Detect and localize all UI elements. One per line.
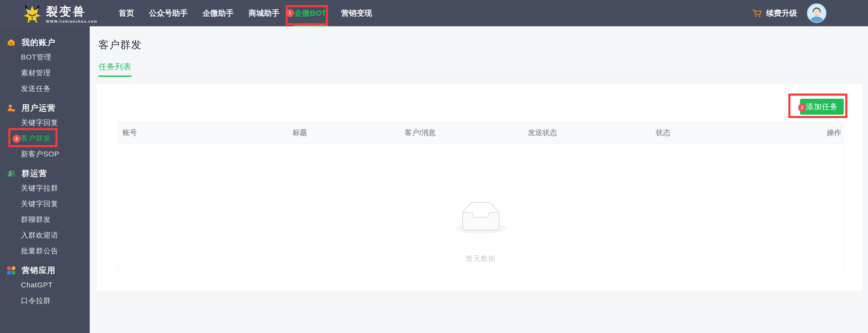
sidebar-item-password-join-group[interactable]: 口令拉群	[0, 293, 90, 308]
nav-item-label: 企微BOT	[294, 8, 326, 19]
brand-text: 裂变兽 WWW.liebianshou.com	[46, 5, 98, 24]
main-nav-menu: 首页 公众号助手 企微助手 商城助手 企微BOT 营销变现	[119, 0, 372, 26]
sidebar-section-marketing-apps: 营销应用 ChatGPT 口令拉群	[0, 264, 90, 308]
active-nav-underline	[293, 25, 328, 26]
sidebar-section-group-operations: 群运营 关键字拉群 关键字回复 群聊群发 入群欢迎语 批量群公告	[0, 167, 90, 259]
nav-item-label: 企微助手	[203, 8, 234, 19]
user-icon	[7, 104, 16, 112]
sidebar-item-keyword-join-group[interactable]: 关键字拉群	[0, 180, 90, 196]
column-header-account: 账号	[118, 128, 288, 138]
sidebar-item-group-welcome-message[interactable]: 入群欢迎语	[0, 227, 90, 243]
sidebar-item-new-customer-sop[interactable]: 新客户SOP	[0, 146, 90, 162]
annotation-badge-3: 3	[798, 103, 806, 112]
sidebar-section-title: 用户运营	[22, 102, 56, 113]
column-header-actions: 操作	[765, 128, 843, 138]
nav-item-label: 商城助手	[249, 8, 279, 19]
task-table: 账号 标题 客户/消息 发送状态 状态 操作	[118, 122, 843, 272]
task-list-card: 添加任务 账号 标题 客户/消息 发送状态 状态 操作	[97, 84, 863, 291]
column-header-title: 标题	[288, 128, 401, 138]
sidebar-item-send-tasks[interactable]: 发送任务	[0, 81, 90, 96]
sidebar-section-header: 营销应用	[0, 264, 90, 277]
tab-task-list[interactable]: 任务列表	[98, 61, 131, 77]
sidebar-item-group-keyword-reply[interactable]: 关键字回复	[0, 196, 90, 212]
main-content: 客户群发 任务列表 添加任务 账号 标题 客户/消息 发送状态 状态 操作	[90, 26, 868, 333]
sidebar-item-group-chat-mass-send[interactable]: 群聊群发	[0, 212, 90, 227]
nav-item-qiwei-bot[interactable]: 企微BOT	[294, 0, 326, 26]
annotation-badge-1: 1	[286, 9, 294, 17]
sidebar-section-user-operations: 用户运营 关键字回复 客户群发 新客户SOP	[0, 101, 90, 162]
sidebar-section-title: 我的账户	[22, 37, 56, 48]
nav-item-label: 公众号助手	[149, 8, 188, 19]
nav-item-label: 营销变现	[341, 8, 372, 19]
sidebar-item-material-management[interactable]: 素材管理	[0, 65, 90, 81]
avatar-person-icon	[808, 4, 826, 22]
brand-name: 裂变兽	[46, 5, 98, 18]
nav-item-marketing-monetization[interactable]: 营销变现	[341, 0, 372, 26]
apps-icon	[7, 266, 16, 275]
nav-item-label: 首页	[119, 8, 134, 19]
sidebar-item-keyword-reply[interactable]: 关键字回复	[0, 115, 90, 130]
sidebar-item-bot-management[interactable]: BOT管理	[0, 49, 90, 65]
tab-divider	[95, 75, 863, 75]
sidebar-item-batch-group-announcement[interactable]: 批量群公告	[0, 243, 90, 259]
page-title: 客户群发	[98, 38, 142, 52]
renew-upgrade-label: 续费升级	[766, 8, 797, 19]
cart-icon	[752, 8, 762, 18]
wallet-icon	[7, 38, 16, 47]
nav-item-qiwei-assistant[interactable]: 企微助手	[203, 0, 234, 26]
annotation-badge-2: 2	[12, 135, 21, 143]
column-header-send-status: 发送状态	[524, 128, 652, 138]
renew-upgrade-button[interactable]: 续费升级	[752, 0, 797, 26]
sidebar-section-header: 用户运营	[0, 101, 90, 115]
sidebar-section-title: 群运营	[22, 168, 47, 179]
top-navbar: 裂变兽 WWW.liebianshou.com 首页 公众号助手 企微助手 商城…	[0, 0, 868, 26]
sidebar-section-header: 群运营	[0, 167, 90, 180]
sidebar: 我的账户 BOT管理 素材管理 发送任务 用户运营 关键字回复 客户群发 新客户…	[0, 26, 90, 333]
nav-item-official-account-assistant[interactable]: 公众号助手	[149, 0, 188, 26]
empty-state-text: 暂无数据	[118, 254, 843, 263]
sidebar-section-title: 营销应用	[22, 265, 56, 276]
nav-item-mall-assistant[interactable]: 商城助手	[249, 0, 279, 26]
beast-logo-icon	[23, 2, 42, 26]
group-icon	[7, 169, 16, 178]
table-header-row: 账号 标题 客户/消息 发送状态 状态 操作	[118, 122, 843, 144]
column-header-status: 状态	[652, 128, 765, 138]
table-body-empty: 暂无数据	[118, 144, 843, 272]
sidebar-item-chatgpt[interactable]: ChatGPT	[0, 277, 90, 293]
add-task-button[interactable]: 添加任务	[800, 99, 844, 115]
sidebar-section-header: 我的账户	[0, 36, 90, 49]
empty-state: 暂无数据	[118, 144, 843, 272]
sidebar-section-my-account: 我的账户 BOT管理 素材管理 发送任务	[0, 36, 90, 96]
nav-item-home[interactable]: 首页	[119, 0, 134, 26]
column-header-customer-message: 客户/消息	[401, 128, 524, 138]
user-avatar[interactable]	[807, 3, 827, 23]
empty-box-icon	[456, 202, 506, 234]
brand-url: WWW.liebianshou.com	[46, 19, 98, 24]
